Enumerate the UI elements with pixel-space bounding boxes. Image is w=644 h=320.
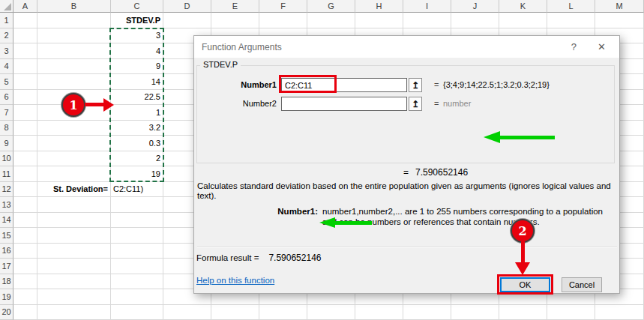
column-header-A[interactable]: A: [13, 0, 37, 13]
cell-A14[interactable]: [13, 213, 37, 229]
help-icon[interactable]: ?: [571, 41, 577, 52]
cell-F1[interactable]: [259, 13, 307, 28]
cell-B2[interactable]: [37, 28, 111, 44]
cell-A5[interactable]: [13, 74, 37, 90]
cell-C16[interactable]: [111, 244, 163, 259]
cell-B10[interactable]: [37, 151, 111, 167]
cell-B11[interactable]: [37, 166, 111, 182]
cell-A7[interactable]: [13, 105, 37, 121]
row-header-10[interactable]: 10: [0, 151, 13, 167]
column-header-C[interactable]: C: [111, 0, 163, 13]
cell-A19[interactable]: [13, 289, 37, 305]
row-header-6[interactable]: 6: [0, 90, 13, 106]
close-icon[interactable]: ✕: [598, 41, 606, 52]
row-header-13[interactable]: 13: [0, 197, 13, 213]
row-header-8[interactable]: 8: [0, 121, 13, 136]
cell-F20[interactable]: [259, 305, 307, 320]
cell-A12[interactable]: [13, 182, 37, 198]
cell-C11[interactable]: 19: [111, 166, 163, 182]
column-header-K[interactable]: K: [499, 0, 547, 13]
cell-B15[interactable]: [37, 228, 111, 244]
cell-A1[interactable]: [13, 13, 37, 28]
cell-C18[interactable]: [111, 274, 163, 290]
cell-A11[interactable]: [13, 166, 37, 182]
row-header-11[interactable]: 11: [0, 166, 13, 182]
cell-B3[interactable]: [37, 43, 111, 59]
cell-D1[interactable]: [163, 13, 211, 28]
cell-C5[interactable]: 14: [111, 74, 163, 90]
cell-C12[interactable]: C2:C11): [111, 182, 163, 198]
cell-C1[interactable]: STDEV.P: [111, 13, 163, 28]
cell-A3[interactable]: [13, 43, 37, 59]
column-header-L[interactable]: L: [547, 0, 595, 13]
cell-K1[interactable]: [499, 13, 547, 28]
cell-C8[interactable]: 3.2: [111, 121, 163, 136]
column-header-J[interactable]: J: [451, 0, 499, 13]
column-header-D[interactable]: D: [163, 0, 211, 13]
cell-C9[interactable]: 0.3: [111, 136, 163, 151]
cell-B17[interactable]: [37, 259, 111, 274]
range-picker-button[interactable]: ↥: [409, 78, 422, 92]
cell-A10[interactable]: [13, 151, 37, 167]
row-header-15[interactable]: 15: [0, 228, 13, 244]
column-header-G[interactable]: G: [307, 0, 355, 13]
cell-M20[interactable]: [595, 305, 644, 320]
cell-C19[interactable]: [111, 289, 163, 305]
row-header-5[interactable]: 5: [0, 74, 13, 90]
row-header-3[interactable]: 3: [0, 43, 13, 59]
cancel-button[interactable]: Cancel: [562, 277, 602, 292]
cell-D20[interactable]: [163, 305, 211, 320]
cell-G1[interactable]: [307, 13, 355, 28]
cell-C10[interactable]: 2: [111, 151, 163, 167]
row-header-18[interactable]: 18: [0, 274, 13, 290]
cell-J1[interactable]: [451, 13, 499, 28]
column-header-H[interactable]: H: [355, 0, 403, 13]
column-header-E[interactable]: E: [211, 0, 259, 13]
help-on-function-link[interactable]: Help on this function: [196, 276, 274, 285]
ok-button[interactable]: OK: [500, 277, 550, 292]
cell-C3[interactable]: 4: [111, 43, 163, 59]
row-header-2[interactable]: 2: [0, 28, 13, 44]
dialog-titlebar[interactable]: Function Arguments ? ✕: [194, 36, 619, 58]
cell-B14[interactable]: [37, 213, 111, 229]
cell-B6[interactable]: [37, 90, 111, 106]
number2-input[interactable]: [281, 97, 407, 111]
select-all-corner[interactable]: [0, 0, 13, 13]
number1-input[interactable]: [281, 78, 407, 92]
column-header-I[interactable]: I: [403, 0, 451, 13]
row-header-14[interactable]: 14: [0, 213, 13, 229]
row-header-9[interactable]: 9: [0, 136, 13, 151]
cell-B16[interactable]: [37, 244, 111, 259]
cell-C4[interactable]: 9: [111, 59, 163, 75]
cell-I20[interactable]: [403, 305, 451, 320]
cell-H20[interactable]: [355, 305, 403, 320]
row-header-16[interactable]: 16: [0, 244, 13, 259]
cell-B4[interactable]: [37, 59, 111, 75]
cell-H1[interactable]: [355, 13, 403, 28]
cell-G20[interactable]: [307, 305, 355, 320]
cell-M1[interactable]: [595, 13, 644, 28]
cell-L1[interactable]: [547, 13, 595, 28]
cell-A6[interactable]: [13, 90, 37, 106]
cell-B13[interactable]: [37, 197, 111, 213]
cell-B1[interactable]: [37, 13, 111, 28]
range-picker-button[interactable]: ↥: [409, 97, 422, 111]
column-header-F[interactable]: F: [259, 0, 307, 13]
cell-B19[interactable]: [37, 289, 111, 305]
cell-I1[interactable]: [403, 13, 451, 28]
cell-A15[interactable]: [13, 228, 37, 244]
cell-A20[interactable]: [13, 305, 37, 320]
cell-E1[interactable]: [211, 13, 259, 28]
cell-A9[interactable]: [13, 136, 37, 151]
cell-C13[interactable]: [111, 197, 163, 213]
cell-A8[interactable]: [13, 121, 37, 136]
cell-B20[interactable]: [37, 305, 111, 320]
cell-J20[interactable]: [451, 305, 499, 320]
cell-K20[interactable]: [499, 305, 547, 320]
cell-A13[interactable]: [13, 197, 37, 213]
row-header-17[interactable]: 17: [0, 259, 13, 274]
cell-B5[interactable]: [37, 74, 111, 90]
column-header-M[interactable]: M: [595, 0, 644, 13]
cell-E20[interactable]: [211, 305, 259, 320]
cell-C20[interactable]: [111, 305, 163, 320]
